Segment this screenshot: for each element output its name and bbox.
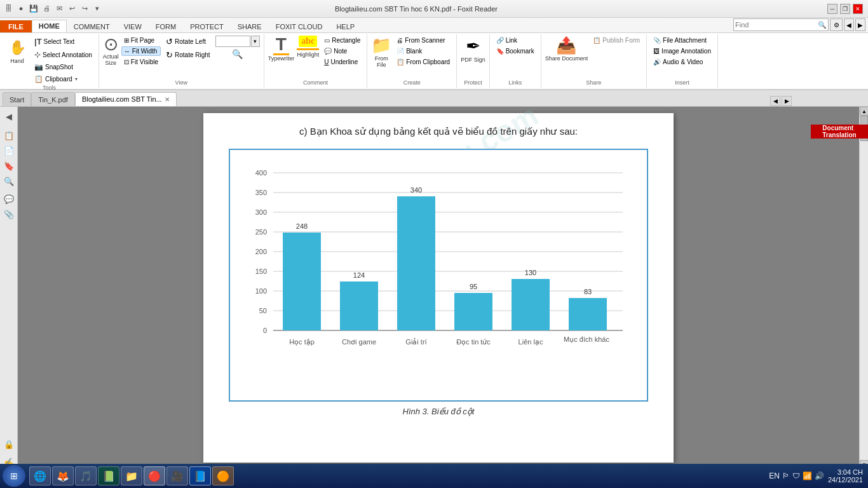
taskbar-ginger[interactable]: 🟠 (212, 466, 234, 485)
start-button[interactable]: ⊞ (3, 465, 25, 487)
tab-scroll-left[interactable]: ◀ (770, 96, 780, 106)
clipboard-btn[interactable]: 📋 Clipboard ▾ (32, 74, 95, 85)
document-translation-btn[interactable]: DocumentTranslation (811, 125, 868, 139)
tray-flag[interactable]: 🏳 (782, 471, 790, 480)
select-annotation-btn[interactable]: ⊹ Select Annotation (32, 49, 95, 60)
search-options-btn[interactable]: ⚙ (830, 18, 843, 31)
fit-page-btn[interactable]: ⊞ Fit Page (121, 36, 161, 45)
sidebar-layers-btn[interactable]: 📋 (2, 128, 16, 142)
taskbar-ie[interactable]: 🌐 (29, 466, 51, 485)
fit-visible-btn[interactable]: ⊡ Fit Visible (121, 57, 161, 67)
svg-text:95: 95 (470, 283, 477, 290)
file-attachment-btn[interactable]: 📎 File Attachment (651, 36, 714, 45)
publish-form-icon: 📋 (593, 37, 600, 44)
pdf-sign-btn[interactable]: ✒ PDF Sign (461, 36, 485, 63)
tab-blog[interactable]: Blogtailieu.com SBT Tin... ✕ (75, 92, 177, 106)
qa-icon-2[interactable]: ● (15, 3, 27, 14)
tab-blog-close[interactable]: ✕ (165, 96, 170, 103)
sidebar-collapse-btn[interactable]: ◀ (2, 109, 16, 123)
tab-form[interactable]: FORM (149, 20, 183, 32)
tab-view[interactable]: VIEW (117, 20, 149, 32)
zoom-percent-input[interactable]: 197.25% (215, 36, 250, 47)
scroll-up-btn[interactable]: ▲ (860, 107, 868, 116)
actual-size-btn[interactable]: ⊙ ActualSize (103, 36, 119, 66)
tab-share[interactable]: SHARE (231, 20, 269, 32)
snapshot-btn[interactable]: 📷 SnapShot (32, 62, 95, 72)
bookmark-btn[interactable]: 🔖 Bookmark (494, 46, 537, 56)
tab-tink[interactable]: Tin_K.pdf (31, 92, 75, 106)
qa-print[interactable]: 🖨 (41, 3, 52, 14)
sidebar-bookmarks-btn[interactable]: 🔖 (2, 159, 16, 173)
doc-area[interactable]: blogtailieu.com c) Bạn Khoa sử dụng bảng… (18, 107, 859, 469)
tab-blog-label: Blogtailieu.com SBT Tin... (82, 95, 162, 103)
rotate-left-btn[interactable]: ↺ Rotate Left (163, 36, 213, 48)
audio-video-btn[interactable]: 🔊 Audio & Video (651, 57, 714, 67)
tray-antivirus[interactable]: 🛡 (792, 471, 800, 480)
qa-redo[interactable]: ↪ (79, 3, 90, 14)
share-document-btn[interactable]: 📤 Share Document (545, 36, 588, 62)
taskbar-media[interactable]: 🎵 (75, 466, 97, 485)
publish-form-btn[interactable]: 📋 Publish Form (590, 36, 642, 45)
tab-start[interactable]: Start (3, 92, 31, 106)
taskbar-firefox[interactable]: 🦊 (52, 466, 74, 485)
tab-foxit-cloud[interactable]: FOXIT CLOUD (269, 20, 330, 32)
minimize-button[interactable]: ─ (827, 4, 837, 14)
search-input[interactable] (735, 21, 818, 29)
taskbar-files[interactable]: 📁 (121, 466, 142, 485)
qa-dropdown[interactable]: ▾ (92, 3, 103, 14)
search-box[interactable]: 🔍 (733, 18, 829, 31)
tab-home[interactable]: HOME (32, 20, 67, 32)
select-text-btn[interactable]: |T Select Text (32, 36, 95, 48)
qa-email[interactable]: ✉ (53, 3, 65, 14)
underline-btn[interactable]: U Underline (322, 57, 363, 67)
rectangle-btn[interactable]: ▭ Rectangle (322, 36, 363, 45)
search-icon[interactable]: 🔍 (818, 21, 827, 29)
link-btn[interactable]: 🔗 Link (494, 36, 537, 45)
sidebar-attachments-btn[interactable]: 📎 (2, 207, 16, 221)
image-annotation-btn[interactable]: 🖼 Image Annotation (651, 46, 714, 56)
from-clipboard-btn[interactable]: 📋 From Clipboard (394, 57, 452, 67)
taskbar-excel[interactable]: 📗 (98, 466, 119, 485)
nav-next-btn[interactable]: ▶ (855, 18, 865, 31)
restore-button[interactable]: ❐ (840, 4, 850, 14)
sidebar-lock-btn[interactable]: 🔒 (2, 437, 16, 451)
from-scanner-btn[interactable]: 🖨 From Scanner (394, 36, 452, 45)
sidebar-comments-btn[interactable]: 💬 (2, 192, 16, 206)
qa-save[interactable]: 💾 (28, 3, 39, 14)
fit-width-btn[interactable]: ↔ Fit Width (121, 46, 161, 56)
hand-tool-btn[interactable]: ✋ Hand (4, 36, 31, 66)
rotate-right-btn[interactable]: ↻ Rotate Right (163, 49, 213, 61)
zoom-in-btn[interactable]: 🔍 (232, 49, 243, 59)
sidebar-search-btn[interactable]: 🔍 (2, 174, 16, 188)
sidebar-pages-btn[interactable]: 📄 (2, 144, 16, 158)
tab-file[interactable]: FILE (0, 20, 32, 32)
tray-volume[interactable]: 🔊 (815, 471, 824, 480)
from-file-btn[interactable]: 📁 FromFile (371, 36, 391, 68)
blank-btn[interactable]: 📄 Blank (394, 46, 452, 56)
tab-comment[interactable]: COMMENT (67, 20, 117, 32)
close-button[interactable]: ✕ (853, 4, 863, 14)
tab-protect[interactable]: PROTECT (183, 20, 231, 32)
taskbar-zoom[interactable]: 🎥 (166, 466, 188, 485)
note-btn[interactable]: 💬 Note (322, 46, 363, 56)
qa-undo[interactable]: ↩ (66, 3, 78, 14)
fit-page-icon: ⊞ (124, 37, 129, 44)
tray-wifi[interactable]: 📶 (803, 471, 812, 480)
audio-video-label: Audio & Video (663, 58, 703, 65)
zoom-dropdown-btn[interactable]: ▾ (251, 36, 260, 47)
file-attachment-label: File Attachment (663, 37, 707, 44)
taskbar-word[interactable]: 📘 (189, 466, 211, 485)
nav-prev-btn[interactable]: ◀ (844, 18, 854, 31)
clock[interactable]: 3:04 CH 24/12/2021 (828, 468, 863, 484)
tab-scroll-right[interactable]: ▶ (782, 96, 792, 106)
tray-lang[interactable]: EN (769, 471, 780, 480)
ribbon: ✋ Hand |T Select Text ⊹ Select Annotatio… (0, 33, 868, 90)
tab-help[interactable]: HELP (329, 20, 362, 32)
snapshot-label: SnapShot (45, 64, 73, 71)
taskbar-chrome[interactable]: 🔴 (144, 466, 165, 485)
typewriter-btn[interactable]: T Typewriter (268, 36, 295, 62)
fit-page-label: Fit Page (131, 37, 154, 44)
qa-icon-1[interactable]: 🗄 (3, 3, 14, 14)
highlight-btn[interactable]: abc Highlight (297, 36, 319, 58)
scroll-track[interactable] (860, 116, 868, 460)
